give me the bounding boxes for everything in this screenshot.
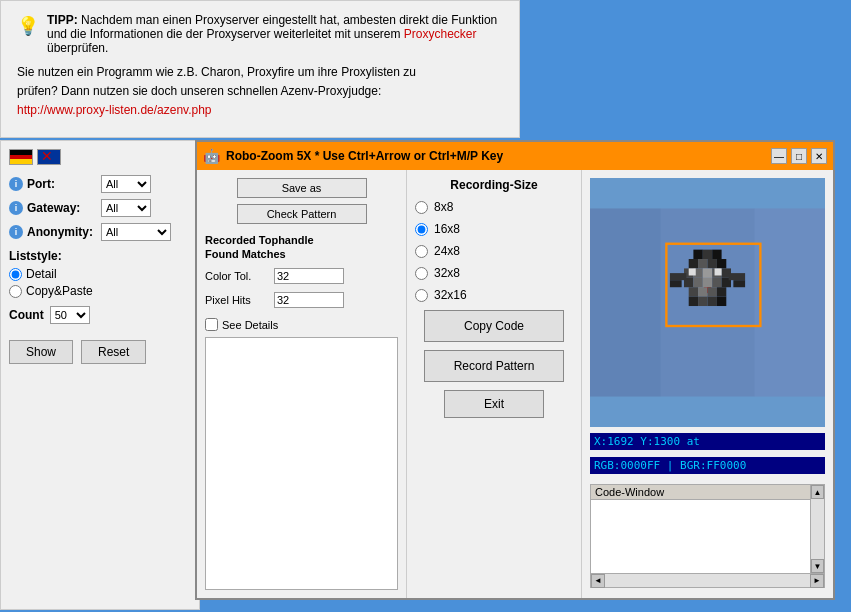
count-label: Count	[9, 308, 44, 322]
code-scrollbar-v: ▲ ▼	[810, 485, 824, 573]
copypaste-radio[interactable]	[9, 285, 22, 298]
code-window-section: Code-Window ▲ ▼ ◄ ►	[590, 480, 825, 590]
svg-rect-33	[729, 273, 745, 280]
coord-text: X:1692 Y:1300 at	[594, 435, 700, 448]
window-right: X:1692 Y:1300 at RGB:0000FF | BGR:FF0000…	[582, 170, 833, 598]
size-32x16-label: 32x16	[434, 288, 467, 302]
proxychecker-link[interactable]: Proxychecker	[404, 27, 477, 41]
window-left: Save as Check Pattern Recorded Tophandle…	[197, 170, 407, 598]
see-details-checkbox[interactable]	[205, 318, 218, 331]
detail-radio[interactable]	[9, 268, 22, 281]
window-title: Robo-Zoom 5X * Use Ctrl+Arrow or Ctrl+M/…	[226, 149, 503, 163]
recorded-section: Recorded Tophandle Found Matches	[205, 234, 398, 262]
size-8x8-radio[interactable]	[415, 201, 428, 214]
svg-rect-22	[712, 278, 721, 287]
show-button[interactable]: Show	[9, 340, 73, 364]
copypaste-label: Copy&Paste	[26, 284, 93, 298]
see-details-label: See Details	[222, 319, 278, 331]
code-content-area: Code-Window	[591, 485, 810, 573]
size-16x8-radio[interactable]	[415, 223, 428, 236]
color-tol-input[interactable]: 32	[274, 268, 344, 284]
title-controls: — □ ✕	[771, 148, 827, 164]
tip-icon: 💡	[17, 15, 39, 37]
found-matches-label: Found Matches	[205, 248, 398, 260]
svg-rect-25	[698, 287, 707, 296]
svg-rect-35	[733, 280, 745, 287]
scroll-left-button[interactable]: ◄	[591, 574, 605, 588]
size-32x8-radio[interactable]	[415, 267, 428, 280]
port-label: Port:	[27, 177, 97, 191]
detail-label: Detail	[26, 267, 57, 281]
svg-rect-1	[590, 209, 661, 397]
left-panel: i Port: All i Gateway: All i Anonymity: …	[0, 140, 200, 610]
size-32x8-row: 32x8	[415, 266, 573, 280]
flag-de	[9, 149, 33, 165]
size-8x8-label: 8x8	[434, 200, 453, 214]
see-details-row: See Details	[205, 318, 398, 331]
gateway-info-icon[interactable]: i	[9, 201, 23, 215]
svg-rect-28	[689, 297, 698, 306]
preview-area	[590, 178, 825, 427]
svg-rect-8	[698, 259, 707, 268]
svg-rect-26	[708, 287, 717, 296]
copy-code-button[interactable]: Copy Code	[424, 310, 564, 342]
code-scrollbar-h: ◄ ►	[590, 574, 825, 588]
window-middle: Recording-Size 8x8 16x8 24x8 32x8 32x16	[407, 170, 582, 598]
port-select[interactable]: All	[101, 175, 151, 193]
svg-rect-4	[693, 250, 702, 259]
anonymity-info-icon[interactable]: i	[9, 225, 23, 239]
gateway-select[interactable]: All	[101, 199, 151, 217]
left-textarea[interactable]	[205, 337, 398, 590]
anonymity-select[interactable]: All	[101, 223, 171, 241]
svg-rect-5	[703, 250, 712, 259]
title-bar-left: 🤖 Robo-Zoom 5X * Use Ctrl+Arrow or Ctrl+…	[203, 148, 503, 164]
main-window: 🤖 Robo-Zoom 5X * Use Ctrl+Arrow or Ctrl+…	[195, 140, 835, 600]
minimize-button[interactable]: —	[771, 148, 787, 164]
size-24x8-label: 24x8	[434, 244, 460, 258]
scroll-up-button[interactable]: ▲	[811, 485, 824, 499]
port-info-icon[interactable]: i	[9, 177, 23, 191]
svg-rect-27	[717, 287, 726, 296]
detail-radio-row: Detail	[9, 267, 191, 281]
svg-rect-21	[703, 278, 712, 287]
svg-rect-17	[715, 268, 722, 275]
svg-rect-7	[689, 259, 698, 268]
reset-button[interactable]: Reset	[81, 340, 146, 364]
record-pattern-button[interactable]: Record Pattern	[424, 350, 564, 382]
scroll-right-button[interactable]: ►	[810, 574, 824, 588]
gateway-row: i Gateway: All	[9, 199, 191, 217]
window-body: Save as Check Pattern Recorded Tophandle…	[197, 170, 833, 598]
tip-text2: überprüfen.	[47, 41, 108, 55]
color-tol-label: Color Tol.	[205, 270, 270, 282]
size-24x8-radio[interactable]	[415, 245, 428, 258]
recording-size-label: Recording-Size	[415, 178, 573, 192]
pixel-hits-row: Pixel Hits 32	[205, 292, 398, 308]
svg-rect-2	[755, 209, 826, 397]
check-pattern-button[interactable]: Check Pattern	[237, 204, 367, 224]
close-button[interactable]: ✕	[811, 148, 827, 164]
rgb-bar: RGB:0000FF | BGR:FF0000	[590, 457, 825, 474]
liststyle-section: Liststyle: Detail Copy&Paste	[9, 249, 191, 298]
size-24x8-row: 24x8	[415, 244, 573, 258]
maximize-button[interactable]: □	[791, 148, 807, 164]
save-as-button[interactable]: Save as	[237, 178, 367, 198]
svg-rect-10	[717, 259, 726, 268]
svg-rect-31	[717, 297, 726, 306]
title-icon: 🤖	[203, 148, 220, 164]
exit-button[interactable]: Exit	[444, 390, 544, 418]
color-tol-row: Color Tol. 32	[205, 268, 398, 284]
pixel-hits-label: Pixel Hits	[205, 294, 270, 306]
liststyle-label: Liststyle:	[9, 249, 191, 263]
count-row: Count 50	[9, 306, 191, 324]
count-select[interactable]: 50	[50, 306, 90, 324]
scroll-down-button[interactable]: ▼	[811, 559, 824, 573]
pixel-hits-input[interactable]: 32	[274, 292, 344, 308]
code-textarea[interactable]	[591, 500, 810, 568]
size-16x8-row: 16x8	[415, 222, 573, 236]
coord-bar: X:1692 Y:1300 at	[590, 433, 825, 450]
size-32x16-radio[interactable]	[415, 289, 428, 302]
title-bar: 🤖 Robo-Zoom 5X * Use Ctrl+Arrow or Ctrl+…	[197, 142, 833, 170]
svg-rect-16	[689, 268, 696, 275]
copypaste-radio-row: Copy&Paste	[9, 284, 191, 298]
azenv-link[interactable]: http://www.proxy-listen.de/azenv.php	[17, 103, 212, 117]
